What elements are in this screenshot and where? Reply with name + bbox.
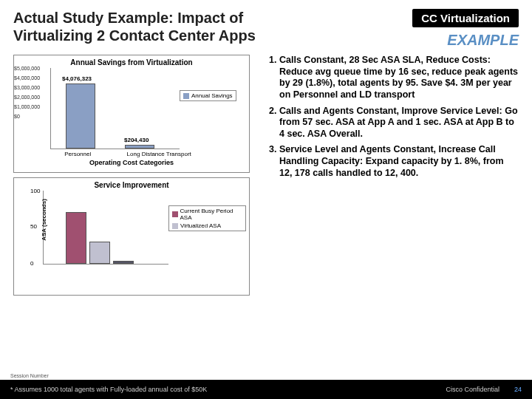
confidential-label: Cisco Confidential (446, 386, 499, 393)
chart1-xlabel: Operating Cost Categories (17, 159, 246, 166)
legend-swatch (172, 211, 178, 217)
chart-service-improvement: Service Improvement ASA (seconds) 100 50… (13, 177, 250, 296)
bullet-3: Service Level and Agents Constant, Incre… (279, 144, 519, 179)
footer-bar: * Assumes 1000 total agents with Fully-l… (0, 380, 532, 399)
charts-column: Annual Savings from Virtualization $5,00… (13, 55, 250, 296)
chart2-title: Service Improvement (17, 181, 246, 189)
example-label: EXAMPLE (412, 32, 519, 49)
chart2-bars (66, 212, 134, 264)
bullet-list: Calls Constant, 28 Sec ASA SLA, Reduce C… (257, 55, 519, 296)
bar-personnel: $4,076,323 (66, 83, 95, 149)
chart1-legend: Annual Savings (180, 68, 246, 149)
bar-long-distance: $204,430 (125, 145, 154, 149)
legend-swatch (172, 223, 178, 229)
chart2-plot: ASA (seconds) 100 50 0 (43, 191, 168, 265)
body: Annual Savings from Virtualization $5,00… (0, 49, 532, 296)
legend-swatch (183, 93, 189, 99)
session-tag: Session Number (10, 373, 49, 378)
chart1-title: Annual Savings from Virtualization (17, 58, 246, 66)
chart1-yaxis: $5,000,000 $4,000,000 $3,000,000 $2,000,… (14, 66, 40, 123)
bar-current-asa (66, 212, 86, 264)
bullet-2: Calls and Agents Constant, Improve Servi… (279, 106, 519, 140)
chart2-ylabel: ASA (seconds) (41, 199, 47, 241)
bullet-1: Calls Constant, 28 Sec ASA SLA, Reduce C… (279, 55, 519, 101)
header: Actual Study Example: Impact of Virtuali… (0, 0, 532, 49)
bar-other (113, 261, 134, 264)
page-number: 24 (514, 386, 522, 393)
chart-annual-savings: Annual Savings from Virtualization $5,00… (13, 55, 250, 173)
bar-virtualized-asa (89, 242, 110, 264)
chart1-xaxis: Personnel Long Distance Transport (17, 151, 246, 157)
slide-title: Actual Study Example: Impact of Virtuali… (13, 9, 324, 49)
chart1-plot: $4,076,323 $204,430 (50, 68, 180, 149)
slide: Actual Study Example: Impact of Virtuali… (0, 0, 532, 399)
tag-box: CC Virtualization EXAMPLE (412, 9, 519, 49)
footnote-text: * Assumes 1000 total agents with Fully-l… (10, 386, 207, 393)
chart2-legend: Current Busy Period ASA Virtualized ASA (168, 191, 246, 265)
cc-virtualization-tag: CC Virtualization (412, 9, 519, 27)
